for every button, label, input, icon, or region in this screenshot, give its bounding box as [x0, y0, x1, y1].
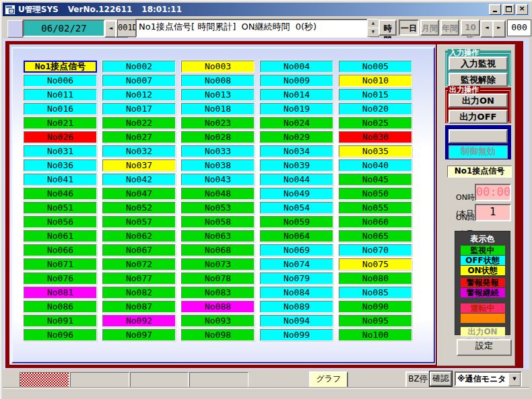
grid-cell[interactable]: No072 [102, 258, 176, 270]
grid-cell[interactable]: No027 [102, 131, 176, 143]
grid-cell[interactable]: No018 [181, 103, 255, 115]
confirm-button[interactable]: 確認 [429, 371, 453, 387]
grid-cell[interactable]: No081 [24, 287, 97, 299]
comm-monitor-dropdown[interactable]: ※通信モニタ ▼ [455, 371, 522, 386]
grid-cell[interactable]: No021 [24, 117, 97, 129]
grid-cell[interactable]: No100 [339, 329, 412, 341]
input-monitor-button[interactable]: 入力監視 [448, 57, 508, 71]
grid-cell[interactable]: No010 [339, 75, 412, 87]
grid-cell[interactable]: No068 [181, 244, 255, 256]
grid-cell[interactable]: No092 [102, 315, 176, 327]
signal-description-field[interactable]: No1接点信号[ 時間累計] ON継続時間 0(秒) [135, 19, 370, 38]
grid-cell[interactable]: No067 [102, 244, 176, 256]
grid-cell[interactable]: No052 [102, 202, 176, 214]
grid-cell[interactable]: No075 [339, 258, 412, 270]
grid-cell[interactable]: No063 [181, 230, 255, 242]
grid-cell[interactable]: No006 [24, 75, 97, 87]
grid-cell[interactable]: No051 [24, 202, 97, 214]
grid-cell[interactable]: No084 [260, 287, 333, 299]
period-button-1[interactable]: 時間 [378, 20, 397, 36]
grid-cell[interactable]: No037 [102, 159, 176, 172]
grid-cell[interactable]: No008 [181, 75, 255, 87]
grid-cell[interactable]: No041 [24, 174, 97, 186]
grid-cell[interactable]: No012 [102, 89, 176, 101]
grid-cell[interactable]: No089 [260, 301, 333, 313]
grid-cell[interactable]: No085 [339, 287, 412, 299]
grid-cell[interactable]: No076 [24, 273, 97, 285]
grid-cell[interactable]: No088 [181, 301, 255, 313]
grid-cell[interactable]: No056 [24, 216, 97, 228]
grid-cell[interactable]: No029 [260, 131, 333, 143]
grid-cell[interactable]: No083 [181, 287, 255, 299]
grid-cell[interactable]: No098 [181, 329, 255, 341]
grid-cell[interactable]: No078 [181, 273, 255, 285]
grid-cell[interactable]: No009 [260, 75, 333, 87]
spin-up-button[interactable]: ▲ [367, 19, 379, 28]
bz-stop-button[interactable]: BZ停 [405, 371, 430, 389]
grid-cell[interactable]: No003 [181, 61, 255, 73]
grid-cell[interactable]: No093 [181, 315, 255, 327]
grid-cell[interactable]: No026 [24, 131, 97, 143]
grid-cell[interactable]: No053 [181, 202, 255, 214]
minimize-button[interactable] [489, 4, 501, 15]
grid-cell[interactable]: No061 [24, 230, 97, 242]
grid-cell[interactable]: No004 [260, 61, 333, 73]
grid-cell[interactable]: No043 [181, 174, 255, 186]
grid-cell[interactable]: No050 [339, 188, 412, 200]
grid-cell[interactable]: No024 [260, 117, 333, 129]
grid-cell[interactable]: No086 [24, 301, 97, 313]
grid-cell[interactable]: No031 [24, 145, 97, 157]
spin-down-button[interactable]: ▼ [367, 28, 379, 37]
grid-cell[interactable]: No054 [260, 202, 333, 214]
grid-cell[interactable]: No032 [102, 145, 176, 157]
grid-cell[interactable]: No023 [181, 117, 255, 129]
grid-cell[interactable]: No002 [102, 61, 176, 73]
grid-cell[interactable]: No035 [339, 145, 412, 157]
grid-cell[interactable]: No016 [24, 103, 97, 115]
grid-cell[interactable]: No066 [24, 244, 97, 256]
grid-cell[interactable]: No074 [260, 258, 333, 270]
grid-cell[interactable]: No020 [339, 103, 412, 115]
monitor-release-button[interactable]: 監視解除 [448, 73, 508, 87]
grid-cell[interactable]: No019 [260, 103, 333, 115]
grid-cell[interactable]: No096 [24, 329, 97, 341]
grid-cell[interactable]: No025 [339, 117, 412, 129]
grid-cell[interactable]: No087 [102, 301, 176, 313]
grid-cell[interactable]: No095 [339, 315, 412, 327]
grid-cell[interactable]: No1接点信号 [24, 61, 97, 73]
grid-cell[interactable]: No007 [102, 75, 176, 87]
grid-cell[interactable]: No042 [102, 174, 176, 186]
grid-cell[interactable]: No030 [339, 131, 412, 143]
grid-cell[interactable]: No060 [339, 216, 412, 228]
grid-cell[interactable]: No097 [102, 329, 176, 341]
grid-cell[interactable]: No064 [260, 230, 333, 242]
settings-button[interactable]: 設定 [457, 339, 512, 356]
grid-cell[interactable]: No013 [181, 89, 255, 101]
grid-cell[interactable]: No034 [260, 145, 333, 157]
grid-cell[interactable]: No079 [260, 273, 333, 285]
chevron-down-icon[interactable]: ▼ [508, 373, 521, 386]
grid-cell[interactable]: No005 [339, 61, 412, 73]
grid-cell[interactable]: No071 [24, 258, 97, 270]
grid-cell[interactable]: No059 [260, 216, 333, 228]
output-off-button[interactable]: 出力OFF [448, 110, 508, 124]
grid-cell[interactable]: No047 [102, 188, 176, 200]
maximize-button[interactable] [502, 4, 514, 15]
grid-cell[interactable]: No077 [102, 273, 176, 285]
date-field[interactable]: 06/02/27 [23, 20, 105, 37]
grid-cell[interactable]: No080 [339, 273, 412, 285]
output-on-button[interactable]: 出力ON [448, 94, 508, 108]
grid-cell[interactable]: No062 [102, 230, 176, 242]
grid-cell[interactable]: No036 [24, 159, 97, 172]
grid-cell[interactable]: No090 [339, 301, 412, 313]
grid-cell[interactable]: No015 [339, 89, 412, 101]
grid-cell[interactable]: No014 [260, 89, 333, 101]
close-button[interactable]: × [516, 4, 528, 15]
grid-cell[interactable]: No011 [24, 89, 97, 101]
toolbar-blank-button[interactable] [7, 20, 23, 38]
period-button-2[interactable]: 一日 [399, 20, 419, 36]
grid-cell[interactable]: No045 [339, 174, 412, 186]
grid-cell[interactable]: No048 [181, 188, 255, 200]
control-blank-button[interactable] [448, 129, 508, 143]
grid-cell[interactable]: No099 [260, 329, 333, 341]
